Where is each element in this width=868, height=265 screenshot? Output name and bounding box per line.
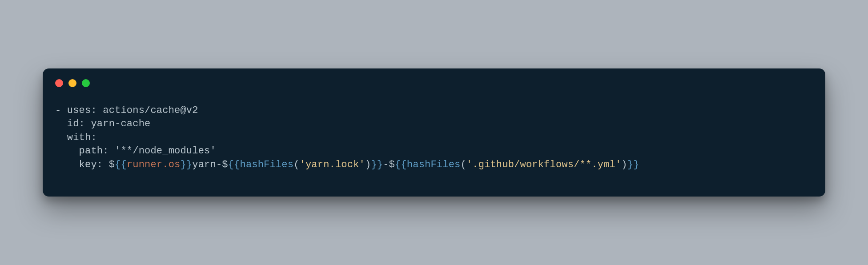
paren-open: ( (460, 159, 466, 170)
space (97, 105, 103, 116)
string-literal: '.github/workflows/**.yml' (466, 159, 621, 170)
close-icon[interactable] (55, 79, 63, 87)
paren-close: ) (365, 159, 371, 170)
code-window: - uses: actions/cache@v2 id: yarn-cache … (43, 68, 825, 197)
yaml-key: id: (67, 118, 85, 129)
yaml-value: '**/node_modules' (115, 145, 216, 157)
string-literal: 'yarn.lock' (300, 159, 365, 170)
code-line-2: id: yarn-cache (55, 118, 150, 129)
yaml-key: with: (67, 132, 97, 143)
code-block: - uses: actions/cache@v2 id: yarn-cache … (55, 104, 813, 172)
indent (55, 159, 79, 170)
text: yarn- (192, 159, 222, 170)
paren-open: ( (293, 159, 299, 170)
code-line-3: with: (55, 132, 97, 143)
brace-close: }} (180, 159, 192, 170)
function-name: hashFiles (240, 159, 294, 170)
maximize-icon[interactable] (82, 79, 90, 87)
window-traffic-lights (55, 79, 813, 87)
text: - (383, 159, 389, 170)
brace-open: {{ (115, 159, 127, 170)
indent (55, 118, 67, 129)
space (103, 159, 108, 170)
brace-close: }} (371, 159, 383, 170)
yaml-value: yarn-cache (91, 118, 150, 129)
yaml-key: key: (79, 159, 103, 170)
dollar-sign: $ (389, 159, 395, 170)
paren-close: ) (621, 159, 627, 170)
dollar-sign: $ (109, 159, 115, 170)
variable: runner.os (127, 159, 181, 170)
list-dash: - (55, 105, 67, 116)
indent (55, 132, 67, 143)
code-line-4: path: '**/node_modules' (55, 145, 216, 157)
yaml-key: path: (79, 145, 109, 157)
brace-open: {{ (228, 159, 240, 170)
space (85, 118, 91, 129)
function-name: hashFiles (407, 159, 461, 170)
code-line-1: - uses: actions/cache@v2 (55, 105, 198, 116)
space (109, 145, 115, 157)
brace-open: {{ (395, 159, 407, 170)
yaml-value: actions/cache@v2 (103, 105, 198, 116)
brace-close: }} (627, 159, 639, 170)
minimize-icon[interactable] (68, 79, 76, 87)
code-line-5: key: ${{runner.os}}yarn-${{hashFiles('ya… (55, 159, 639, 170)
dollar-sign: $ (222, 159, 228, 170)
yaml-key: uses: (67, 105, 97, 116)
indent (55, 145, 79, 157)
